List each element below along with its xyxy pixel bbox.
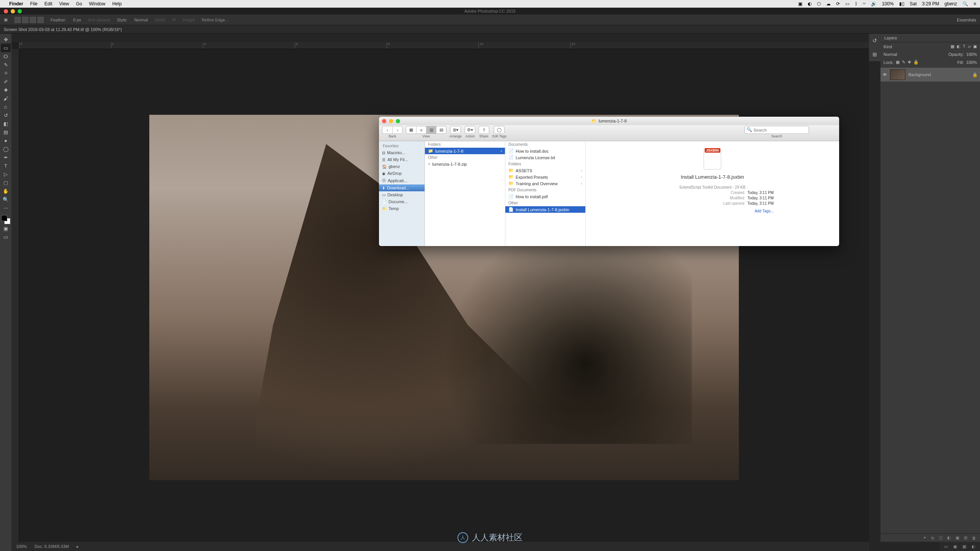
finder-minimize-button[interactable] xyxy=(389,119,393,123)
type-tool-icon[interactable]: T xyxy=(1,161,11,170)
quickselect-tool-icon[interactable]: ✎ xyxy=(1,60,11,69)
mb-foot-icon[interactable]: ▭ xyxy=(944,544,948,549)
arrange-button[interactable]: ⊞▾ xyxy=(450,126,461,134)
sidebar-item-airdrop[interactable]: ◉AirDrop xyxy=(379,170,425,177)
menu-view[interactable]: View xyxy=(59,1,69,7)
list-view-button[interactable]: ≡ xyxy=(416,126,426,134)
icon-view-button[interactable]: ▦ xyxy=(406,126,416,134)
heal-tool-icon[interactable]: ✚ xyxy=(1,86,11,94)
wifi-icon[interactable]: ⌔ xyxy=(863,1,866,7)
screenmode-icon[interactable]: ▭ xyxy=(1,233,11,241)
finder-titlebar[interactable]: 📁 lumenzia-1-7-8 xyxy=(379,117,839,125)
lock-pixels-icon[interactable]: ✎ xyxy=(902,60,905,65)
menubar-user[interactable]: gbenz xyxy=(944,1,957,7)
mb-foot-icon[interactable]: ◐ xyxy=(972,544,975,549)
pen-tool-icon[interactable]: ✒ xyxy=(1,153,11,161)
sidebar-item-home[interactable]: 🏠gbenz xyxy=(379,163,425,170)
cover-view-button[interactable]: ▤ xyxy=(436,126,446,134)
finder-zoom-button[interactable] xyxy=(396,119,400,123)
shape-tool-icon[interactable]: ▢ xyxy=(1,178,11,187)
sidebar-item-documents[interactable]: 📄Docume... xyxy=(379,198,425,205)
battery-icon[interactable]: ▮▯ xyxy=(899,1,905,7)
sidebar-item-allfiles[interactable]: ☰All My Fil... xyxy=(379,156,425,163)
screencast-icon[interactable]: ▣ xyxy=(798,1,802,7)
layers-tab[interactable]: Layers xyxy=(880,34,980,42)
lasso-tool-icon[interactable]: ⵔ xyxy=(1,52,11,60)
filter-adjustment-icon[interactable]: ◐ xyxy=(957,44,960,49)
crop-tool-icon[interactable]: ⌗ xyxy=(1,69,11,77)
do-not-disturb-icon[interactable]: ◐ xyxy=(808,1,812,7)
notification-icon[interactable]: ≡ xyxy=(973,1,976,7)
column-view-button[interactable]: ▥ xyxy=(426,126,436,134)
menubar-time[interactable]: 3:29 PM xyxy=(922,1,939,7)
fx-icon[interactable]: fx xyxy=(931,536,934,540)
mb-foot-icon[interactable]: ▣ xyxy=(953,544,957,549)
file-zip[interactable]: ⌗lumenzia-1-7-8.zip xyxy=(425,161,505,167)
preview-add-tags[interactable]: Add Tags... xyxy=(755,209,774,213)
history-panel-icon[interactable]: ↺ xyxy=(872,37,877,44)
filter-type-icon[interactable]: T xyxy=(963,44,965,49)
mb-foot-icon[interactable]: ▦ xyxy=(962,544,966,549)
new-layer-icon[interactable]: ⊞ xyxy=(964,535,967,540)
adjustment-icon[interactable]: ◐ xyxy=(947,535,951,540)
eyedropper-tool-icon[interactable]: ✐ xyxy=(1,77,11,86)
cloud-icon[interactable]: ☁ xyxy=(826,1,831,7)
history-tool-icon[interactable]: ↺ xyxy=(1,111,11,119)
folder-presets[interactable]: 📁Exported Presets› xyxy=(505,174,585,180)
blend-mode[interactable]: Normal xyxy=(884,52,897,57)
eraser-tool-icon[interactable]: ◧ xyxy=(1,119,11,128)
opacity-val[interactable]: 100% xyxy=(966,52,977,57)
hand-tool-icon[interactable]: ✋ xyxy=(1,187,11,195)
lock-position-icon[interactable]: ✥ xyxy=(908,60,911,65)
folder-lumenzia[interactable]: 📁lumenzia-1-7-8› xyxy=(425,148,505,154)
filter-shape-icon[interactable]: ▱ xyxy=(968,44,971,49)
lock-icon[interactable]: 🔒 xyxy=(972,72,978,77)
style-value[interactable]: Normal xyxy=(134,18,148,22)
menubar-day[interactable]: Sat xyxy=(910,1,917,7)
mask-icon[interactable]: ◻ xyxy=(939,535,942,540)
gradient-tool-icon[interactable]: ▤ xyxy=(1,128,11,136)
dodge-tool-icon[interactable]: ◯ xyxy=(1,145,11,153)
menu-window[interactable]: Window xyxy=(89,1,106,7)
quickmask-icon[interactable]: ▣ xyxy=(1,224,11,233)
close-button[interactable] xyxy=(4,9,8,13)
new-selection-icon[interactable] xyxy=(15,17,21,23)
group-icon[interactable]: ▣ xyxy=(956,535,959,540)
workspace-switcher[interactable]: Essentials xyxy=(957,18,976,22)
document-tab[interactable]: Screen Shot 2016-03-03 at 11.29.42 PM.ti… xyxy=(0,25,980,34)
file-jsxbin[interactable]: 📄Install Lumenzia-1-7-8.jsxbin xyxy=(505,206,585,213)
blur-tool-icon[interactable]: ● xyxy=(1,136,11,145)
minimize-button[interactable] xyxy=(11,9,15,13)
stamp-tool-icon[interactable]: ⎌ xyxy=(1,103,11,111)
lock-all-icon[interactable]: 🔒 xyxy=(913,60,919,65)
menu-edit[interactable]: Edit xyxy=(44,1,52,7)
ps-logo-icon[interactable]: ▣ xyxy=(4,17,8,22)
finder-close-button[interactable] xyxy=(382,119,386,123)
back-button[interactable]: ‹ xyxy=(382,126,392,134)
menu-help[interactable]: Help xyxy=(112,1,122,7)
folder-assets[interactable]: 📁ASSETS› xyxy=(505,167,585,174)
layer-row[interactable]: 👁 Background 🔒 xyxy=(880,68,980,82)
tags-button[interactable]: ◯ xyxy=(494,126,505,134)
battery-pct[interactable]: 100% xyxy=(882,1,894,7)
volume-icon[interactable]: 🔊 xyxy=(871,1,877,7)
visibility-icon[interactable]: 👁 xyxy=(883,72,887,77)
link-icon[interactable]: ⚭ xyxy=(923,535,926,540)
add-selection-icon[interactable] xyxy=(22,17,28,23)
feather-value[interactable]: 0 px xyxy=(73,18,81,22)
bluetooth-icon[interactable]: ᛒ xyxy=(855,1,858,7)
folder-training[interactable]: 📁Training and Overview› xyxy=(505,180,585,187)
color-swatch[interactable] xyxy=(1,215,10,224)
trash-icon[interactable]: 🗑 xyxy=(972,536,976,540)
display-icon[interactable]: ▭ xyxy=(845,1,849,7)
file-txt[interactable]: 📄Lumenzia License.txt xyxy=(505,154,585,161)
fill-val[interactable]: 100% xyxy=(966,60,977,65)
filter-smart-icon[interactable]: ▣ xyxy=(973,44,977,49)
more-tool-icon[interactable]: ⋯ xyxy=(1,204,11,212)
file-doc[interactable]: 📄How to install.doc xyxy=(505,148,585,154)
sync-icon[interactable]: ⟳ xyxy=(836,1,840,7)
antialiased-check[interactable]: Anti-aliased xyxy=(88,18,110,22)
zoom-button[interactable] xyxy=(18,9,22,13)
properties-panel-icon[interactable]: ⊞ xyxy=(872,51,877,57)
refine-edge-button[interactable]: Refine Edge... xyxy=(202,18,229,22)
